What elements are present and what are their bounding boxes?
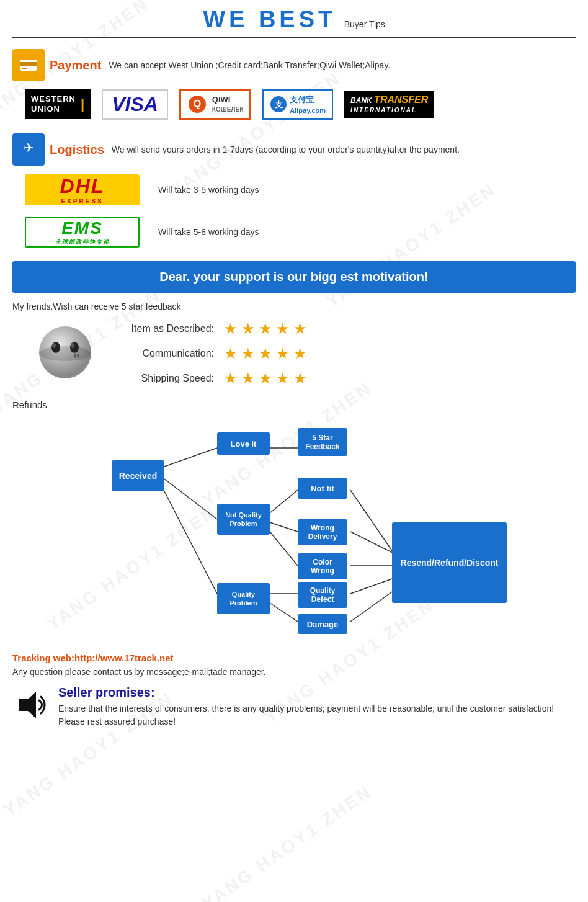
svg-line-19 (164, 491, 217, 594)
svg-line-22 (270, 522, 298, 532)
star: ★ (276, 370, 290, 387)
promises-text: Ensure that the interests of consumers; … (58, 702, 576, 728)
star: ★ (241, 320, 255, 337)
payment-section: Payment We can accept West Union ;Credit… (12, 49, 576, 120)
flow-received: Received (112, 460, 164, 491)
logistics-desc: We will send yours orders in 1-7days (ac… (112, 145, 460, 154)
star: ★ (241, 345, 255, 362)
svg-text:支: 支 (275, 100, 283, 109)
tracking-desc: Any question please contact us by messag… (12, 667, 576, 677)
visa-logo: VISA (102, 89, 168, 120)
svg-line-23 (270, 532, 298, 566)
header-subtitle: Buyer Tips (344, 19, 385, 29)
ems-time: Will take 5-8 working days (158, 227, 259, 237)
flow-love-it: Love it (217, 432, 270, 455)
stars-2: ★ ★ ★ ★ ★ (224, 345, 307, 362)
refunds-section: Refunds (12, 400, 576, 640)
logistics-label: ✈ Logistics We will send yours orders in… (12, 133, 576, 166)
flow-resend: Resend/Refund/Discont (392, 522, 507, 603)
star: ★ (259, 370, 272, 387)
refunds-title: Refunds (12, 400, 47, 410)
payment-label: Payment We can accept West Union ;Credit… (12, 49, 576, 81)
flow-wrong-delivery: Wrong Delivery (298, 519, 347, 545)
logistics-icon: ✈ (12, 133, 45, 166)
feedback-ratings: " Item as Described: ★ ★ ★ ★ ★ Communica… (37, 320, 551, 387)
seller-promises: Seller promises: Ensure that the interes… (12, 685, 576, 728)
feedback-banner: Dear. your support is our bigg est motiv… (12, 261, 576, 293)
star: ★ (293, 320, 307, 337)
star: ★ (224, 345, 238, 362)
svg-rect-2 (22, 68, 27, 69)
star: ★ (224, 370, 238, 387)
flow-five-star: 5 Star Feedback (298, 428, 347, 456)
rating-row-3: Shipping Speed: ★ ★ ★ ★ ★ (112, 370, 307, 387)
ems-row: EMS 全球邮政特快专递 Will take 5-8 working days (25, 217, 563, 248)
svg-text:✈: ✈ (24, 141, 34, 154)
svg-line-17 (164, 448, 217, 467)
flow-quality-defect: Quality Defect (298, 582, 347, 608)
flow-damage: Damage (298, 614, 347, 634)
star: ★ (259, 345, 272, 362)
svg-point-15 (71, 343, 74, 348)
star: ★ (224, 320, 238, 337)
logistics-section: ✈ Logistics We will send yours orders in… (12, 133, 576, 248)
feedback-face: " (37, 321, 93, 386)
promises-content: Seller promises: Ensure that the interes… (58, 685, 576, 728)
flow-color-wrong: Color Wrong (298, 553, 347, 579)
svg-text:Q: Q (194, 99, 201, 109)
svg-line-30 (350, 591, 394, 622)
western-union-logo: WESTERNUNION | (25, 89, 91, 118)
header-title: WE BEST (203, 6, 336, 32)
page-header: WE BEST Buyer Tips (12, 6, 576, 38)
bank-transfer-logo: BANK TRANSFERINTERNATIONAL (344, 91, 434, 118)
payment-title: Payment (50, 58, 101, 73)
star: ★ (259, 320, 272, 337)
svg-text:": " (73, 351, 79, 367)
dhl-logo: DHL EXPRESS (25, 174, 140, 205)
svg-point-14 (52, 343, 56, 348)
svg-line-25 (270, 603, 298, 622)
payment-icon (12, 49, 45, 81)
svg-marker-31 (19, 692, 36, 718)
flow-not-quality: Not Quality Problem (217, 504, 270, 535)
rating-row-2: Communication: ★ ★ ★ ★ ★ (112, 345, 307, 362)
svg-line-26 (350, 490, 394, 553)
dhl-time: Will take 3-5 working days (158, 185, 259, 195)
ems-logo: EMS 全球邮政特快专递 (25, 217, 140, 248)
rating-label-2: Communication: (112, 348, 214, 359)
flow-not-fit: Not fit (298, 478, 347, 499)
star: ★ (293, 370, 307, 387)
star: ★ (241, 370, 255, 387)
tracking-section: Tracking web:http://www.17track.net Any … (12, 653, 576, 677)
flow-quality-problem: Quality Problem (217, 583, 270, 614)
dhl-row: DHL EXPRESS Will take 3-5 working days (25, 174, 563, 205)
feedback-desc: My frends.Wish can receive 5 star feedba… (12, 301, 576, 311)
logistics-items: DHL EXPRESS Will take 3-5 working days E… (25, 174, 563, 248)
svg-line-21 (270, 490, 298, 513)
payment-desc: We can accept West Union ;Credit card;Ba… (109, 60, 390, 70)
alipay-logo: 支 支付宝Alipay.com (262, 89, 333, 120)
stars-1: ★ ★ ★ ★ ★ (224, 320, 307, 337)
rating-label-1: Item as Described: (112, 323, 214, 334)
speaker-icon (12, 688, 50, 728)
rating-label-3: Shipping Speed: (112, 373, 214, 384)
logistics-title: Logistics (50, 143, 104, 157)
qiwi-logo: Q QIWIКОШЕЛЕК (179, 89, 251, 120)
promises-title: Seller promises: (58, 685, 576, 700)
svg-line-29 (350, 578, 394, 594)
svg-rect-1 (20, 62, 37, 66)
ratings-table: Item as Described: ★ ★ ★ ★ ★ Communicati… (112, 320, 307, 387)
svg-line-18 (164, 479, 217, 519)
star: ★ (276, 320, 290, 337)
rating-row-1: Item as Described: ★ ★ ★ ★ ★ (112, 320, 307, 337)
star: ★ (276, 345, 290, 362)
star: ★ (293, 345, 307, 362)
tracking-link: Tracking web:http://www.17track.net (12, 653, 576, 663)
payment-logos: WESTERNUNION | VISA Q QIWIКОШЕЛЕК 支 支付宝A… (25, 89, 563, 120)
svg-line-27 (350, 532, 394, 553)
stars-3: ★ ★ ★ ★ ★ (224, 370, 307, 387)
svg-point-11 (39, 346, 91, 361)
